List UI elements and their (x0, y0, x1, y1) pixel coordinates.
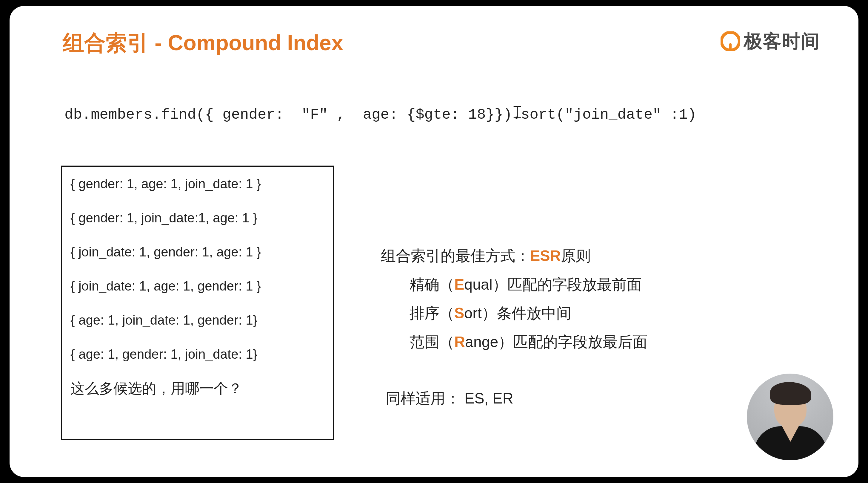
esr-principle-block: 组合索引的最佳方式：ESR原则 精确（Equal）匹配的字段放最前面 排序（So… (381, 242, 647, 356)
slide-title: 组合索引 - Compound Index (63, 29, 343, 57)
candidates-question: 这么多候选的，用哪一个？ (70, 379, 325, 398)
brand-logo-text: 极客时间 (744, 29, 820, 54)
svg-point-1 (728, 39, 733, 44)
esr-heading-pre: 组合索引的最佳方式： (381, 248, 530, 264)
index-candidate: { gender: 1, join_date:1, age: 1 } (70, 210, 325, 225)
esr-rule-range: 范围（Range）匹配的字段放最后面 (381, 328, 647, 356)
also-applies-line: 同样适用： ES, ER (385, 389, 514, 408)
brand-logo: 极客时间 (720, 29, 820, 54)
esr-heading-accent: ESR (530, 248, 561, 264)
index-candidate: { age: 1, gender: 1, join_date: 1} (70, 347, 325, 362)
presenter-avatar (747, 374, 833, 460)
query-code-line: db.members.find({ gender: "F" , age: {$g… (64, 106, 696, 123)
esr-rule-equal: 精确（Equal）匹配的字段放最前面 (381, 270, 647, 299)
esr-heading-post: 原则 (561, 248, 591, 264)
lightbulb-icon (720, 31, 740, 51)
index-candidate: { join_date: 1, age: 1, gender: 1 } (70, 279, 325, 293)
index-candidates-box: { gender: 1, age: 1, join_date: 1 } { ge… (61, 166, 334, 440)
slide-viewport: 组合索引 - Compound Index 极客时间 db.members.fi… (9, 6, 859, 477)
index-candidate: { join_date: 1, gender: 1, age: 1 } (70, 245, 325, 259)
esr-heading: 组合索引的最佳方式：ESR原则 (381, 242, 647, 270)
index-candidate: { age: 1, join_date: 1, gender: 1} (70, 313, 325, 328)
index-candidate: { gender: 1, age: 1, join_date: 1 } (70, 176, 325, 191)
svg-rect-2 (729, 43, 732, 49)
esr-rule-sort: 排序（Sort）条件放中间 (381, 299, 647, 328)
